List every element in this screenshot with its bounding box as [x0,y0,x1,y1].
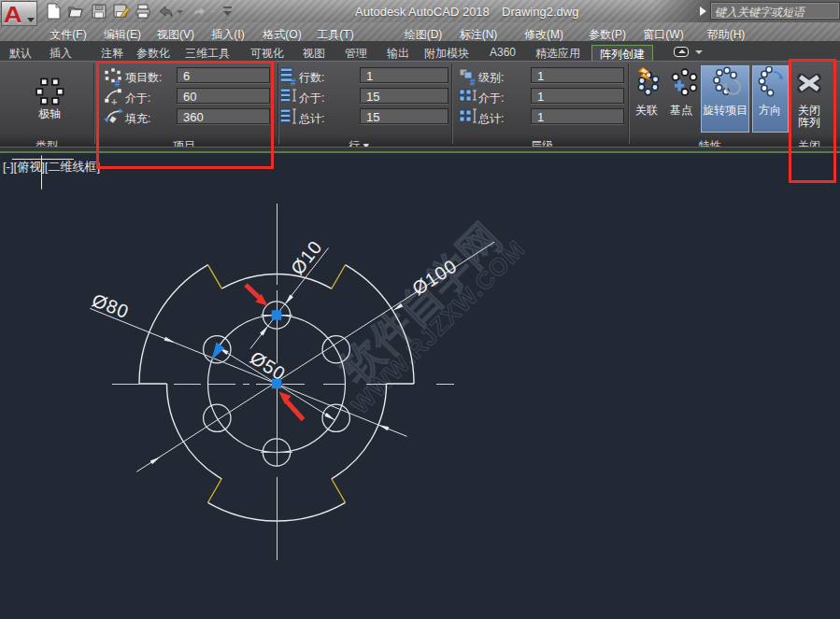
svg-text:Ø10: Ø10 [287,236,326,278]
svg-text:Ø100: Ø100 [408,256,461,300]
svg-text:Ø80: Ø80 [90,289,132,322]
